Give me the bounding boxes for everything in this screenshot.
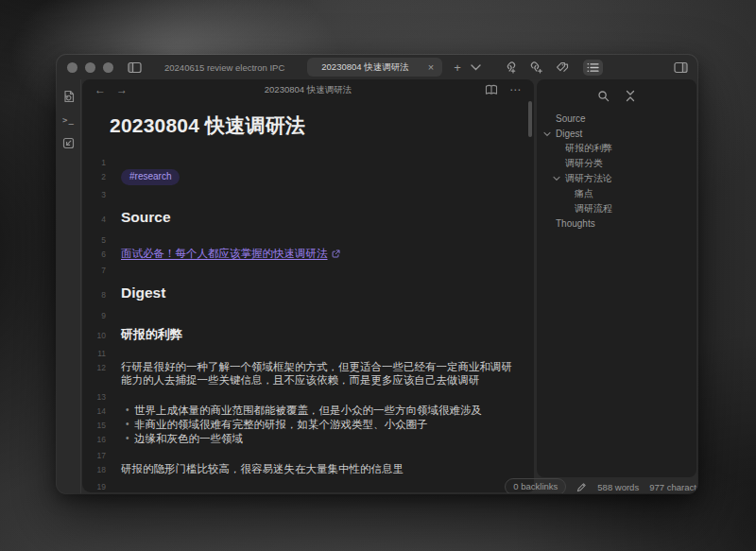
outline-item-label: Source [556, 113, 586, 124]
outline-tree: Source Digest 研报的利弊 调研分类 调研方法论 痛点 调研流程 T… [537, 112, 696, 231]
tab-review-electron-ipc[interactable]: 20240615 review electron IPC [159, 62, 307, 73]
heading3-text: 研报的利弊 [121, 327, 534, 342]
line-number: 13 [82, 390, 121, 404]
terminal-icon[interactable]: >_ [62, 115, 75, 125]
line-number: 1 [82, 156, 121, 169]
tab-kuaisu-diaoyanfa[interactable]: 20230804 快速调研法 × [307, 58, 442, 77]
toggle-left-sidebar-icon[interactable] [128, 61, 142, 74]
collapse-chevron-icon[interactable] [553, 176, 560, 181]
note-title: 20230804 快速调研法 [110, 112, 534, 139]
editor-paragraph-line: 12 行研是很好的一种了解一个领域框架的方式，但更适合一些已经有一定商业和调研能… [82, 360, 534, 387]
editor-bullet-line: 15 非商业的领域很难有完整的研报，如某个游戏类型、小众圈子 [82, 418, 534, 432]
editor-scrollbar-thumb[interactable] [528, 101, 532, 137]
external-link-icon [332, 250, 340, 258]
editor-pane: ← → 20230804 快速调研法 ⋯ 20230804 快速调研法 1 2 … [82, 79, 534, 492]
editor-line: 17 [82, 446, 534, 463]
left-ribbon: >_ [57, 79, 81, 493]
outline-item[interactable]: 调研方法论 [537, 171, 696, 186]
heading2-text: Source [121, 208, 534, 226]
edit-mode-icon[interactable] [576, 482, 587, 492]
outline-item[interactable]: 痛点 [537, 186, 696, 201]
line-number: 17 [82, 449, 121, 462]
character-count[interactable]: 977 characters [649, 482, 697, 492]
outline-item[interactable]: Source [537, 112, 696, 127]
add-link-icon[interactable] [503, 60, 517, 74]
editor-line: 3 [82, 185, 534, 202]
line-number: 5 [82, 233, 121, 247]
status-bar: 0 backlinks 588 words 977 characters [505, 478, 697, 493]
outline-item[interactable]: 调研分类 [537, 156, 696, 171]
editor-heading2-line: 4 Source [82, 208, 534, 226]
outline-item-label: Thoughts [556, 218, 595, 229]
tab-label: 20230804 快速调研法 [321, 61, 408, 74]
word-count[interactable]: 588 words [597, 482, 639, 492]
editor-line: 5 [82, 230, 534, 247]
line-number: 16 [82, 433, 121, 446]
traffic-light-zoom[interactable] [103, 62, 113, 73]
window-controls [67, 62, 113, 73]
editor-line: 2 #research [82, 169, 534, 185]
editor-line: 9 [82, 305, 534, 322]
outline-item-label: 研报的利弊 [565, 142, 612, 155]
more-options-icon[interactable]: ⋯ [509, 83, 522, 96]
line-number: 3 [82, 188, 121, 201]
pop-out-window-icon[interactable] [62, 137, 75, 149]
editor-bullet-line: 16 边缘和灰色的一些领域 [82, 432, 534, 446]
line-number: 2 [82, 170, 121, 183]
collapse-all-icon[interactable] [625, 90, 636, 102]
bullet-text: 非商业的领域很难有完整的研报，如某个游戏类型、小众圈子 [121, 418, 534, 431]
outline-item-label: 痛点 [575, 187, 593, 200]
bullet-text: 世界上成体量的商业范围都能被覆盖，但是小众的一些方向领域很难涉及 [121, 404, 534, 417]
line-number: 10 [82, 329, 121, 342]
collapse-chevron-icon[interactable] [543, 131, 551, 137]
new-tab-button[interactable]: + [454, 60, 461, 75]
traffic-light-minimize[interactable] [85, 62, 95, 73]
external-link[interactable]: 面试必备！每个人都应该掌握的快速调研法 [121, 248, 328, 259]
tag-pill[interactable]: #research [121, 169, 180, 185]
editor-heading2-line: 8 Digest [82, 284, 534, 301]
outline-item-label: 调研流程 [575, 202, 612, 215]
outline-item-label: 调研分类 [565, 157, 603, 170]
app-window: 20240615 review electron IPC 20230804 快速… [57, 55, 697, 493]
outline-item[interactable]: 研报的利弊 [537, 142, 696, 157]
editor-note-title-breadcrumb: 20230804 快速调研法 [82, 84, 534, 96]
backlinks-count[interactable]: 0 backlinks [505, 478, 566, 493]
toggle-right-sidebar-icon[interactable] [674, 61, 688, 74]
bullet-text: 边缘和灰色的一些领域 [121, 432, 534, 445]
search-icon[interactable] [597, 90, 610, 102]
editor-bullet-line: 14 世界上成体量的商业范围都能被覆盖，但是小众的一些方向领域很难涉及 [82, 404, 534, 418]
traffic-light-close[interactable] [67, 62, 77, 73]
line-number: 14 [82, 405, 121, 418]
outline-item[interactable]: Digest [537, 127, 696, 142]
line-number: 12 [82, 361, 121, 374]
paragraph-text: 行研是很好的一种了解一个领域框架的方式，但更适合一些已经有一定商业和调研能力的人… [121, 360, 534, 387]
forward-icon[interactable]: → [116, 83, 128, 96]
editor-nav-header: ← → 20230804 快速调研法 ⋯ [82, 79, 534, 100]
close-tab-icon[interactable]: × [428, 62, 434, 73]
outline-list-icon[interactable] [583, 60, 603, 76]
line-number: 11 [82, 347, 121, 360]
outline-item[interactable]: Thoughts [537, 216, 696, 232]
titlebar-actions [471, 60, 688, 76]
reading-view-icon[interactable] [485, 84, 498, 95]
line-number: 7 [82, 264, 121, 277]
outline-panel-header [537, 79, 696, 104]
line-number: 18 [82, 463, 121, 476]
line-number: 9 [82, 309, 121, 322]
editor-lines: 1 2 #research 3 4 Source 5 6 面试必备！每个人都应该… [82, 152, 534, 492]
outline-item[interactable]: 调研流程 [537, 201, 696, 216]
editor-link-line: 6 面试必备！每个人都应该掌握的快速调研法 [82, 247, 534, 261]
outline-item-label: 调研方法论 [565, 172, 612, 185]
outline-item-label: Digest [556, 129, 582, 139]
line-number: 6 [82, 248, 121, 261]
editor-line: 1 [82, 152, 534, 169]
line-number: 15 [82, 419, 121, 432]
tags-icon[interactable] [556, 61, 571, 74]
quick-switcher-icon[interactable] [62, 90, 76, 103]
tab-list-chevron-down-icon[interactable] [471, 64, 481, 71]
back-icon[interactable]: ← [94, 83, 106, 96]
heading2-text: Digest [121, 284, 534, 301]
add-embed-link-icon[interactable] [529, 60, 543, 74]
editor-line: 13 [82, 387, 534, 404]
titlebar: 20240615 review electron IPC 20230804 快速… [57, 55, 697, 79]
